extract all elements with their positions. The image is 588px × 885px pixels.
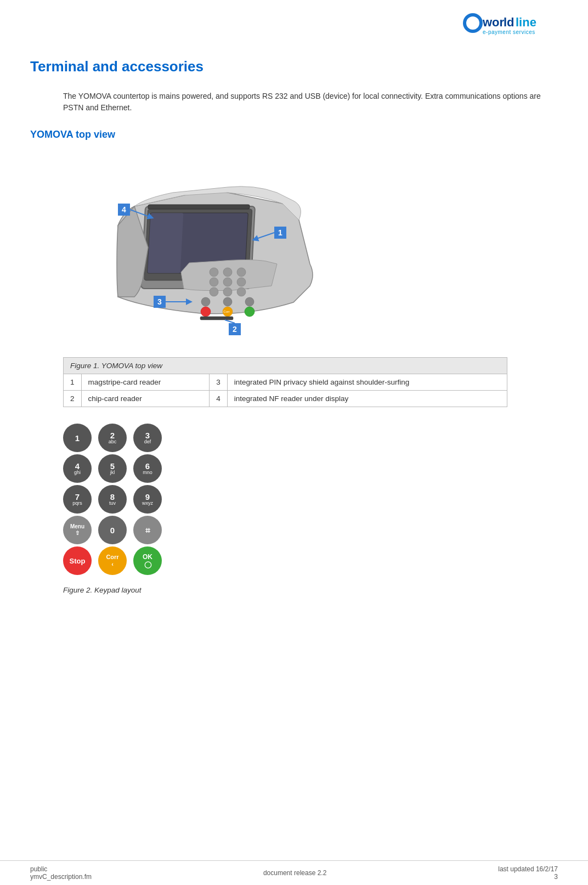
key-space[interactable]: ⌗	[133, 516, 162, 544]
key-6-num: 6	[145, 462, 150, 470]
key-7-num: 7	[75, 493, 80, 501]
svg-text:2: 2	[233, 325, 237, 334]
svg-point-25	[245, 307, 255, 317]
svg-text:4: 4	[122, 205, 126, 214]
keypad-row-3: 7 pqrs 8 tuv 9 wxyz	[63, 485, 558, 514]
row1-num2: 3	[210, 374, 228, 391]
svg-point-11	[210, 268, 218, 277]
footer-filename: ymvC_description.fm	[30, 873, 92, 881]
svg-point-22	[245, 297, 254, 306]
terminal-svg: Corr 1 2 3 4	[63, 154, 337, 341]
key-7-sub: pqrs	[72, 501, 82, 506]
table-row: 2 chip-card reader 4 integrated NF reade…	[64, 391, 507, 407]
svg-text:ld: ld	[504, 15, 514, 29]
svg-rect-9	[148, 213, 184, 273]
key-stop[interactable]: Stop	[63, 546, 92, 575]
svg-point-14	[210, 278, 218, 286]
main-content: Terminal and accessories The YOMOVA coun…	[0, 42, 588, 638]
key-8[interactable]: 8 tuv	[98, 485, 127, 514]
footer-document-release: document release 2.2	[263, 869, 326, 877]
row2-desc2: integrated NF reader under display	[227, 391, 507, 407]
key-corr[interactable]: Corr‹	[98, 546, 127, 575]
svg-point-15	[223, 278, 232, 286]
key-9-num: 9	[145, 493, 150, 501]
svg-text:e-payment services: e-payment services	[483, 29, 535, 35]
svg-point-12	[223, 268, 232, 277]
key-4-sub: ghi	[74, 470, 81, 475]
svg-rect-10	[148, 205, 250, 209]
key-ok[interactable]: OK◯	[133, 546, 162, 575]
footer-right: last updated 16/2/17 3	[498, 865, 558, 881]
svg-point-20	[201, 297, 210, 306]
row2-num: 2	[64, 391, 82, 407]
key-7[interactable]: 7 pqrs	[63, 485, 92, 514]
row2-num2: 4	[210, 391, 228, 407]
svg-line-33	[225, 320, 235, 323]
key-3[interactable]: 3 def	[133, 424, 162, 452]
key-5[interactable]: 5 jkl	[98, 454, 127, 483]
keypad-row-1: 1 2 abc 3 def	[63, 424, 558, 452]
svg-text:3: 3	[157, 297, 162, 306]
table-row: 1 magstripe-card reader 3 integrated PIN…	[64, 374, 507, 391]
key-2[interactable]: 2 abc	[98, 424, 127, 452]
key-3-sub: def	[144, 439, 151, 444]
key-6-sub: mno	[143, 470, 152, 475]
footer-left: public ymvC_description.fm	[30, 865, 92, 881]
terminal-image-area: Corr 1 2 3 4	[63, 154, 337, 341]
key-6[interactable]: 6 mno	[133, 454, 162, 483]
footer-last-updated: last updated 16/2/17	[498, 865, 558, 873]
svg-point-19	[237, 288, 246, 296]
key-4-num: 4	[75, 462, 80, 470]
key-3-num: 3	[145, 431, 150, 439]
header: wor ld line e-payment services	[0, 0, 588, 42]
keypad-row-4: Menu⇧ 0 ⌗	[63, 516, 558, 544]
svg-text:Corr: Corr	[223, 310, 230, 313]
section-heading: YOMOVA top view	[30, 129, 558, 140]
row2-desc: chip-card reader	[81, 391, 210, 407]
svg-point-18	[223, 288, 232, 296]
logo-container: wor ld line e-payment services	[462, 10, 572, 36]
keypad-container: 1 2 abc 3 def 4 ghi 5 jkl 6 mno	[63, 424, 558, 575]
keypad-row-5: Stop Corr‹ OK◯	[63, 546, 558, 575]
key-ok-label: OK◯	[143, 553, 152, 569]
key-1-num: 1	[75, 434, 80, 442]
figure2-caption: Figure 2. Keypad layout	[63, 586, 558, 594]
key-2-sub: abc	[109, 439, 117, 444]
key-8-num: 8	[110, 493, 115, 501]
key-9-sub: wxyz	[142, 501, 153, 506]
row1-num: 1	[64, 374, 82, 391]
key-2-num: 2	[110, 431, 115, 439]
svg-point-17	[210, 288, 218, 296]
key-5-sub: jkl	[110, 470, 115, 475]
key-stop-label: Stop	[70, 557, 86, 565]
key-corr-label: Corr‹	[106, 554, 118, 568]
svg-text:1: 1	[278, 228, 282, 237]
svg-text:wor: wor	[482, 15, 505, 29]
footer-center: document release 2.2	[263, 869, 326, 877]
figure1-table: Figure 1. YOMOVA top view 1 magstripe-ca…	[63, 357, 507, 407]
body-text: The YOMOVA countertop is mains powered, …	[63, 91, 558, 114]
key-0-num: 0	[110, 526, 115, 534]
row1-desc2: integrated PIN privacy shield against sh…	[227, 374, 507, 391]
worldline-logo: wor ld line e-payment services	[462, 10, 572, 36]
keypad-row-2: 4 ghi 5 jkl 6 mno	[63, 454, 558, 483]
key-8-sub: tuv	[109, 501, 116, 506]
figure1-caption: Figure 1. YOMOVA top view	[64, 358, 507, 374]
footer-public: public	[30, 865, 47, 873]
figure1-caption-row: Figure 1. YOMOVA top view	[64, 358, 507, 374]
svg-point-13	[237, 268, 246, 277]
svg-point-21	[223, 297, 232, 306]
key-9[interactable]: 9 wxyz	[133, 485, 162, 514]
svg-point-1	[466, 16, 479, 30]
key-space-label: ⌗	[145, 526, 150, 534]
svg-text:line: line	[516, 15, 536, 29]
footer: public ymvC_description.fm document rele…	[0, 860, 588, 885]
svg-point-16	[237, 278, 246, 286]
key-1[interactable]: 1	[63, 424, 92, 452]
key-0[interactable]: 0	[98, 516, 127, 544]
key-4[interactable]: 4 ghi	[63, 454, 92, 483]
svg-point-23	[201, 307, 211, 317]
row1-desc: magstripe-card reader	[81, 374, 210, 391]
page-title: Terminal and accessories	[30, 58, 558, 75]
key-menu[interactable]: Menu⇧	[63, 516, 92, 544]
